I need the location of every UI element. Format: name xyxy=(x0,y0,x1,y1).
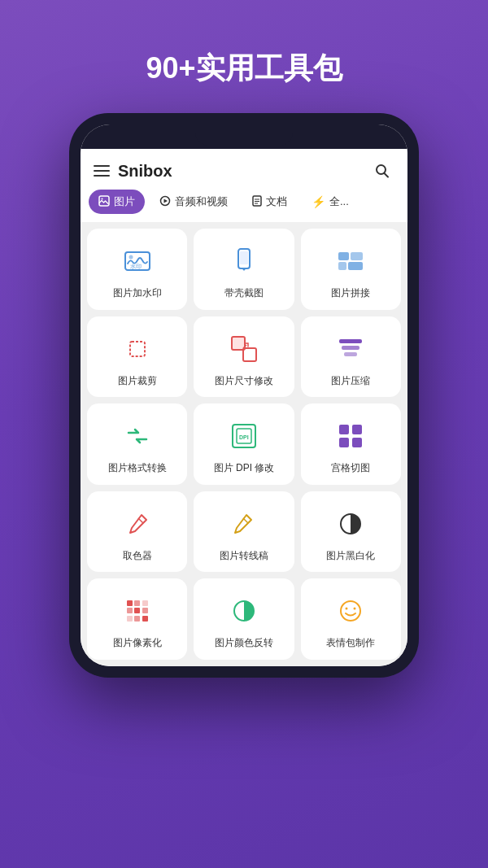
svg-point-3 xyxy=(102,198,103,199)
screenshot-label: 带壳截图 xyxy=(224,287,264,300)
header-left: Snibox xyxy=(94,162,172,181)
tool-collage[interactable]: 图片拼接 xyxy=(301,229,401,310)
svg-line-1 xyxy=(385,173,389,177)
phone-mockup: Snibox 图片 xyxy=(69,113,419,678)
phone-screen: Snibox 图片 xyxy=(81,124,407,666)
svg-rect-33 xyxy=(352,438,362,447)
svg-marker-5 xyxy=(164,198,168,203)
svg-rect-40 xyxy=(127,608,133,613)
convert-icon xyxy=(120,418,155,454)
tab-media[interactable]: 音频和视频 xyxy=(150,190,237,214)
screenshot-icon xyxy=(226,243,262,279)
tool-bw[interactable]: 图片黑白化 xyxy=(301,491,401,573)
tool-invert[interactable]: 图片颜色反转 xyxy=(194,578,294,660)
tool-emoji[interactable]: 表情包制作 xyxy=(301,578,401,660)
emoji-icon xyxy=(333,593,368,629)
pixel-label: 图片像素化 xyxy=(113,637,162,650)
tab-docs-label: 文档 xyxy=(266,194,287,209)
media-tab-icon xyxy=(159,195,171,209)
svg-rect-16 xyxy=(338,252,349,260)
resize-label: 图片尺寸修改 xyxy=(215,375,273,388)
tab-docs[interactable]: 文档 xyxy=(242,190,297,214)
tool-sketch[interactable]: 图片转线稿 xyxy=(194,491,294,573)
watermark-label: 图片加水印 xyxy=(113,287,162,300)
tab-media-label: 音频和视频 xyxy=(175,194,228,209)
tool-convert[interactable]: 图片格式转换 xyxy=(87,403,187,485)
tool-compress[interactable]: 图片压缩 xyxy=(301,316,401,398)
svg-rect-45 xyxy=(142,616,148,622)
svg-rect-38 xyxy=(134,600,140,606)
search-button[interactable] xyxy=(370,159,394,183)
dpi-label: 图片 DPI 修改 xyxy=(214,462,275,475)
all-tab-icon: ⚡ xyxy=(312,195,325,208)
tab-all-label: 全... xyxy=(329,194,349,209)
svg-rect-25 xyxy=(342,346,359,350)
picker-label: 取色器 xyxy=(123,550,152,563)
images-tab-icon xyxy=(98,195,110,209)
tool-dpi[interactable]: DPI 图片 DPI 修改 xyxy=(194,403,294,485)
crop-icon xyxy=(120,331,155,367)
grid-label: 宫格切图 xyxy=(331,462,370,475)
svg-rect-39 xyxy=(142,600,148,606)
svg-rect-19 xyxy=(348,262,363,270)
tool-watermark[interactable]: 水印 图片加水印 xyxy=(87,229,187,310)
svg-point-15 xyxy=(242,268,245,271)
pixel-icon xyxy=(120,593,155,629)
svg-rect-26 xyxy=(344,352,357,356)
invert-label: 图片颜色反转 xyxy=(215,637,273,650)
app-title: Snibox xyxy=(118,162,172,181)
docs-tab-icon xyxy=(252,195,262,209)
collage-icon xyxy=(333,243,368,279)
tool-picker[interactable]: 取色器 xyxy=(87,491,187,573)
svg-line-34 xyxy=(138,518,143,523)
tabs-bar: 图片 音频和视频 xyxy=(81,190,407,222)
grid-icon xyxy=(333,418,368,454)
tool-resize[interactable]: 图片尺寸修改 xyxy=(194,316,294,398)
svg-point-49 xyxy=(354,608,356,610)
compress-icon xyxy=(333,331,368,367)
picker-icon xyxy=(120,506,155,542)
phone-notch xyxy=(81,124,407,149)
svg-rect-43 xyxy=(127,616,133,622)
svg-point-48 xyxy=(346,608,348,610)
notch-cutout xyxy=(195,128,293,146)
invert-icon xyxy=(226,593,262,629)
svg-rect-31 xyxy=(352,425,362,434)
sketch-icon xyxy=(226,506,262,542)
svg-rect-44 xyxy=(134,616,140,622)
tool-crop[interactable]: 图片裁剪 xyxy=(87,316,187,398)
tools-grid: 水印 图片加水印 带壳截图 xyxy=(81,222,407,666)
svg-rect-14 xyxy=(240,251,248,264)
compress-label: 图片压缩 xyxy=(331,375,370,388)
svg-line-35 xyxy=(243,518,248,523)
svg-rect-42 xyxy=(142,608,148,613)
app-header: Snibox xyxy=(81,149,407,190)
tool-pixel[interactable]: 图片像素化 xyxy=(87,578,187,660)
tab-images[interactable]: 图片 xyxy=(89,190,145,214)
crop-label: 图片裁剪 xyxy=(118,375,157,388)
svg-rect-30 xyxy=(339,425,349,434)
emoji-label: 表情包制作 xyxy=(326,637,375,650)
svg-rect-32 xyxy=(339,438,349,447)
convert-label: 图片格式转换 xyxy=(108,462,167,475)
tab-images-label: 图片 xyxy=(114,194,135,209)
bw-icon xyxy=(333,506,368,542)
svg-text:DPI: DPI xyxy=(239,434,249,440)
svg-rect-18 xyxy=(338,262,346,270)
tool-screenshot[interactable]: 带壳截图 xyxy=(194,229,294,310)
resize-icon xyxy=(226,331,262,367)
svg-rect-37 xyxy=(127,600,133,606)
svg-point-47 xyxy=(341,601,360,621)
page-headline: 90+实用工具包 xyxy=(146,49,342,89)
svg-rect-24 xyxy=(339,339,362,343)
collage-label: 图片拼接 xyxy=(331,287,370,300)
svg-point-11 xyxy=(129,255,133,260)
bw-label: 图片黑白化 xyxy=(326,550,375,563)
svg-rect-20 xyxy=(130,342,145,356)
menu-icon[interactable] xyxy=(94,165,110,177)
tab-all[interactable]: ⚡ 全... xyxy=(302,190,359,214)
svg-rect-17 xyxy=(351,252,363,260)
search-icon xyxy=(374,163,390,179)
svg-rect-41 xyxy=(134,608,140,613)
tool-grid[interactable]: 宫格切图 xyxy=(301,403,401,485)
